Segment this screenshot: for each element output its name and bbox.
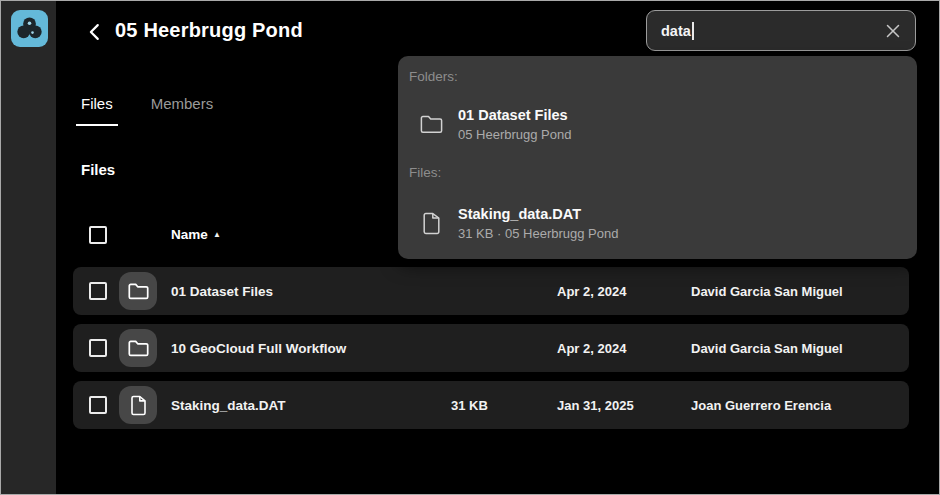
row-checkbox[interactable] <box>89 396 107 414</box>
tab-members[interactable]: Members <box>146 91 219 126</box>
folder-icon <box>119 272 157 310</box>
back-button[interactable] <box>83 21 107 45</box>
tab-bar: Files Members <box>76 91 218 126</box>
result-subtitle: 31 KB · 05 Heerbrugg Pond <box>458 226 618 242</box>
folders-group-label: Folders: <box>409 69 458 84</box>
folder-icon <box>418 115 444 134</box>
app-window: 05 Heerbrugg Pond data Files Members Fil… <box>0 0 940 495</box>
row-checkbox[interactable] <box>89 282 107 300</box>
result-title: Staking_data.DAT <box>458 205 618 223</box>
select-all-checkbox[interactable] <box>89 226 107 244</box>
result-title: 01 Dataset Files <box>458 106 571 124</box>
file-icon <box>119 386 157 424</box>
files-group-label: Files: <box>409 165 441 180</box>
sidebar <box>1 1 56 494</box>
clear-search-icon[interactable] <box>884 22 902 40</box>
chevron-left-icon <box>84 21 106 43</box>
row-checkbox[interactable] <box>89 339 107 357</box>
search-input[interactable]: data <box>646 10 916 51</box>
search-result-folder[interactable]: 01 Dataset Files 05 Heerbrugg Pond <box>398 96 917 152</box>
tab-files[interactable]: Files <box>76 91 118 126</box>
search-input-value: data <box>661 23 691 39</box>
text-caret <box>692 22 694 40</box>
row-owner: David Garcia San Miguel <box>691 324 843 372</box>
folder-icon <box>119 329 157 367</box>
row-modified-date: Apr 2, 2024 <box>557 267 626 315</box>
row-owner: Joan Guerrero Erencia <box>691 381 831 429</box>
row-name: 10 GeoCloud Full Workflow <box>171 324 346 372</box>
files-section-heading: Files <box>81 161 115 178</box>
table-row[interactable]: Staking_data.DAT 31 KB Jan 31, 2025 Joan… <box>73 381 909 429</box>
table-row[interactable]: 01 Dataset Files Apr 2, 2024 David Garci… <box>73 267 909 315</box>
result-subtitle: 05 Heerbrugg Pond <box>458 127 571 143</box>
page-title: 05 Heerbrugg Pond <box>115 19 303 42</box>
table-row[interactable]: 10 GeoCloud Full Workflow Apr 2, 2024 Da… <box>73 324 909 372</box>
app-logo-icon[interactable] <box>11 10 48 47</box>
file-icon <box>418 212 444 235</box>
row-name: Staking_data.DAT <box>171 381 286 429</box>
row-size: 31 KB <box>451 381 488 429</box>
row-owner: David Garcia San Miguel <box>691 267 843 315</box>
name-column-header[interactable]: Name <box>171 227 208 242</box>
search-result-file[interactable]: Staking_data.DAT 31 KB · 05 Heerbrugg Po… <box>398 194 917 252</box>
search-results-panel: Folders: 01 Dataset Files 05 Heerbrugg P… <box>398 56 917 259</box>
row-modified-date: Apr 2, 2024 <box>557 324 626 372</box>
row-modified-date: Jan 31, 2025 <box>557 381 634 429</box>
row-name: 01 Dataset Files <box>171 267 273 315</box>
sort-ascending-icon[interactable]: ▲ <box>213 230 221 239</box>
